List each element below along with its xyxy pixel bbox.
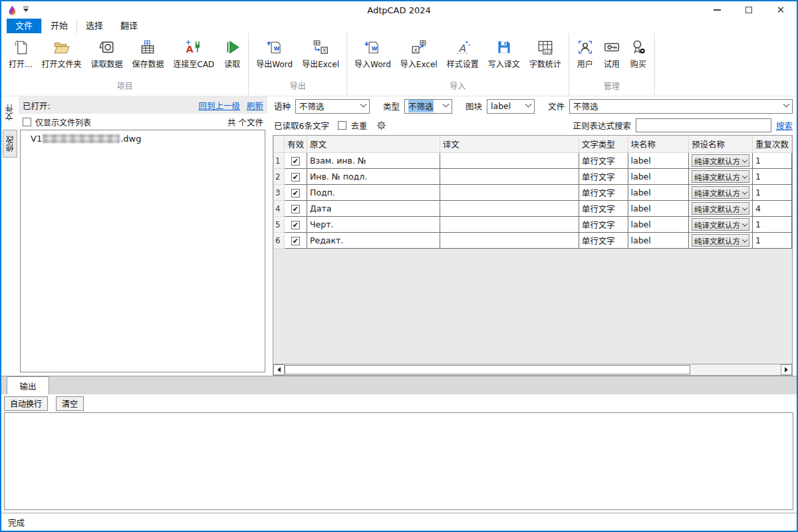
scrollbar-thumb[interactable] xyxy=(285,365,690,374)
preset-cell: 纯译文默认方 xyxy=(688,169,752,185)
horizontal-scrollbar[interactable] xyxy=(273,364,792,375)
preset-select[interactable]: 纯译文默认方 xyxy=(692,154,749,167)
preset-header[interactable]: 预设名称 xyxy=(688,136,752,153)
regex-search-input[interactable] xyxy=(636,118,771,132)
word-wrap-button[interactable]: 自动换行 xyxy=(4,396,48,411)
source-cell[interactable]: Инв. № подл. xyxy=(307,169,440,185)
menu-tabbar: 文件 开始 选择 翻译 xyxy=(1,19,797,33)
scroll-left-icon xyxy=(277,367,281,372)
tab-file[interactable]: 文件 xyxy=(7,17,41,33)
language-select[interactable]: 不筛选 xyxy=(295,99,370,114)
open-folder-label: 打开文件夹 xyxy=(41,58,81,69)
preset-select[interactable]: 纯译文默认方 xyxy=(692,218,749,231)
write-translation-button[interactable]: 写入译文 xyxy=(483,37,525,71)
table-row[interactable]: 3 Подп. 单行文字 label 纯译文默认方 1 xyxy=(274,185,792,201)
source-header[interactable]: 原文 xyxy=(307,136,440,153)
text-type-header[interactable]: 文字类型 xyxy=(579,136,628,153)
source-cell[interactable]: Черт. xyxy=(307,217,440,233)
import-excel-button[interactable]: x 导入Excel xyxy=(396,37,442,71)
text-type-cell: 单行文字 xyxy=(579,169,628,185)
valid-checkbox[interactable] xyxy=(291,237,300,245)
gear-icon[interactable] xyxy=(376,120,387,131)
source-cell[interactable]: Дата xyxy=(307,201,440,217)
back-up-link[interactable]: 回到上一级 xyxy=(198,99,240,112)
type-select[interactable]: 不筛选 xyxy=(404,99,452,114)
table-row[interactable]: 4 Дата 单行文字 label 纯译文默认方 4 xyxy=(274,201,792,217)
target-cell[interactable] xyxy=(440,169,579,185)
style-settings-button[interactable]: A 样式设置 xyxy=(442,37,483,71)
file-list-item[interactable]: V1.dwg xyxy=(31,134,265,144)
preset-cell: 纯译文默认方 xyxy=(688,185,752,201)
valid-cell xyxy=(284,217,307,233)
refresh-link[interactable]: 刷新 xyxy=(247,99,263,112)
preset-select[interactable]: 纯译文默认方 xyxy=(692,202,749,215)
buy-button[interactable]: 购买 xyxy=(625,37,652,71)
svg-text:x: x xyxy=(414,47,417,53)
table-row[interactable]: 6 Редакт. 单行文字 label 纯译文默认方 1 xyxy=(274,233,792,249)
scroll-right-button[interactable] xyxy=(781,364,792,375)
close-button[interactable]: ✕ xyxy=(765,1,797,19)
target-cell[interactable] xyxy=(440,201,579,217)
source-cell[interactable]: Взам. инв. № xyxy=(307,153,440,169)
open-button[interactable]: 打开... xyxy=(4,37,37,71)
target-cell[interactable] xyxy=(440,185,579,201)
read-data-button[interactable]: 读取数据 xyxy=(86,37,127,71)
tab-translate[interactable]: 翻译 xyxy=(112,17,146,33)
tab-output[interactable]: 输出 xyxy=(7,376,49,394)
block-select[interactable]: label xyxy=(487,99,535,114)
clear-button[interactable]: 清空 xyxy=(56,396,84,411)
only-files-checkbox[interactable] xyxy=(23,118,31,126)
tab-select[interactable]: 选择 xyxy=(77,17,112,33)
file-select[interactable]: 不筛选 xyxy=(569,99,793,114)
row-number: 4 xyxy=(274,201,285,217)
text-panel: 语种 不筛选 类型 不筛选 图块 label 文件 不筛选 已读取6条文字 去重… xyxy=(273,96,797,376)
preset-select[interactable]: 纯译文默认方 xyxy=(692,234,749,247)
scroll-left-button[interactable] xyxy=(273,364,285,375)
read-button[interactable]: 读取 xyxy=(219,37,245,71)
panel-splitter[interactable] xyxy=(267,96,273,376)
preset-select[interactable]: 纯译文默认方 xyxy=(692,170,749,183)
user-button[interactable]: 用户 xyxy=(572,37,598,71)
valid-checkbox[interactable] xyxy=(291,205,300,213)
block-name-header[interactable]: 块名称 xyxy=(628,136,688,153)
maximize-button[interactable] xyxy=(733,1,765,19)
text-type-cell: 单行文字 xyxy=(579,185,628,201)
valid-checkbox[interactable] xyxy=(291,157,300,166)
preset-value: 纯译文默认方 xyxy=(694,156,740,166)
target-cell[interactable] xyxy=(440,153,579,169)
dedup-checkbox[interactable] xyxy=(338,121,346,130)
repeat-header[interactable]: 重复次数 xyxy=(752,136,791,153)
save-data-button[interactable]: 保存数据 xyxy=(127,37,168,71)
svg-text:+: + xyxy=(186,39,192,46)
valid-checkbox[interactable] xyxy=(291,221,300,229)
export-word-button[interactable]: w 导出Word xyxy=(251,37,297,71)
block-name-cell: label xyxy=(628,153,688,169)
side-tab-modify[interactable]: 修改 xyxy=(3,130,17,158)
export-excel-button[interactable]: x 导出Excel xyxy=(297,37,344,71)
side-tab-files[interactable]: 文件 xyxy=(3,99,17,126)
preset-select[interactable]: 纯译文默认方 xyxy=(692,186,749,199)
table-row[interactable]: 2 Инв. № подл. 单行文字 label 纯译文默认方 1 xyxy=(274,169,792,185)
output-log-area[interactable] xyxy=(4,412,793,510)
open-folder-button[interactable]: 打开文件夹 xyxy=(37,37,86,71)
valid-checkbox[interactable] xyxy=(291,189,300,198)
tab-home[interactable]: 开始 xyxy=(41,17,77,33)
valid-header[interactable]: 有效 xyxy=(284,136,307,153)
valid-checkbox[interactable] xyxy=(291,173,300,182)
connect-cad-button[interactable]: A+ 连接至CAD xyxy=(169,37,219,71)
target-cell[interactable] xyxy=(440,217,579,233)
file-list[interactable]: V1.dwg xyxy=(20,130,265,372)
table-row[interactable]: 1 Взам. инв. № 单行文字 label 纯译文默认方 1 xyxy=(274,153,792,169)
search-link[interactable]: 搜索 xyxy=(776,119,793,132)
minimize-button[interactable] xyxy=(701,1,733,19)
target-cell[interactable] xyxy=(440,233,579,249)
source-cell[interactable]: Подп. xyxy=(307,185,440,201)
scrollbar-track[interactable] xyxy=(690,364,781,375)
trial-button[interactable]: 试用 xyxy=(598,37,625,71)
target-header[interactable]: 译文 xyxy=(440,136,579,153)
source-cell[interactable]: Редакт. xyxy=(307,233,440,249)
import-word-button[interactable]: w 导入Word xyxy=(350,37,396,71)
table-row[interactable]: 5 Черт. 单行文字 label 纯译文默认方 1 xyxy=(274,217,792,233)
word-count-button[interactable]: 123 字数统计 xyxy=(525,37,566,71)
row-number: 2 xyxy=(274,169,285,185)
